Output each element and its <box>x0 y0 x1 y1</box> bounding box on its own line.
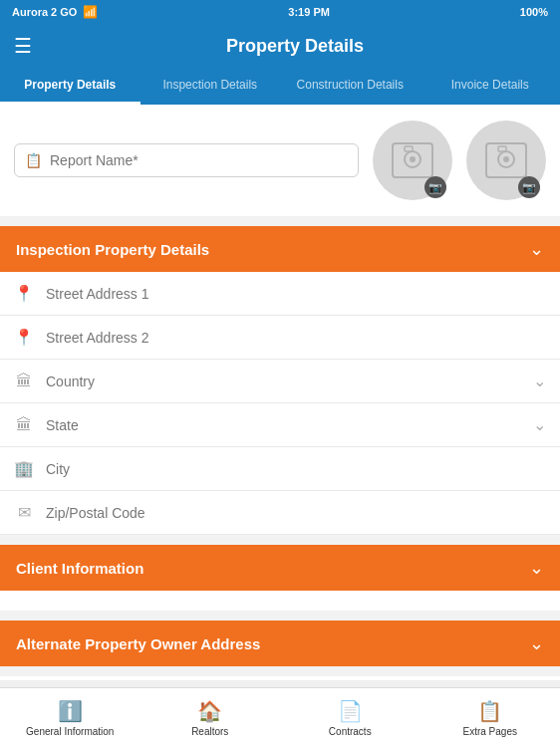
svg-rect-3 <box>405 146 413 151</box>
field-street-address-2[interactable]: 📍 <box>0 316 560 360</box>
camera-icon-2: 📷 <box>522 181 536 194</box>
chevron-up-icon: ⌄ <box>529 238 544 260</box>
input-city[interactable] <box>46 461 546 477</box>
chevron-down-icon-alternate: ⌄ <box>529 632 544 654</box>
general-information-icon: ℹ️ <box>58 699 83 723</box>
section-title-client-info: Client Information <box>16 560 143 577</box>
section-title-inspection-property: Inspection Property Details <box>16 241 209 258</box>
city-icon: 🏢 <box>14 459 34 478</box>
client-info-content <box>0 591 560 611</box>
location-icon-2: 📍 <box>14 328 34 347</box>
field-state[interactable]: 🏛 ⌄ <box>0 403 560 447</box>
nav-label-realtors: Realtors <box>191 726 228 737</box>
zip-icon: ✉ <box>14 503 34 522</box>
section-header-client-info[interactable]: Client Information ⌄ <box>0 545 560 591</box>
section-header-alternate-address[interactable]: Alternate Property Owner Address ⌄ <box>0 621 560 666</box>
field-city[interactable]: 🏢 <box>0 447 560 491</box>
status-bar: Aurora 2 GO 📶 3:19 PM 100% <box>0 0 560 24</box>
input-country[interactable] <box>46 374 533 389</box>
location-icon-1: 📍 <box>14 284 34 303</box>
nav-item-extra-pages[interactable]: 📋 Extra Pages <box>420 688 561 747</box>
svg-rect-7 <box>498 146 506 151</box>
report-photo-section: 📋 📷 📷 <box>0 105 560 216</box>
extra-pages-icon: 📋 <box>477 699 502 723</box>
input-street-address-2[interactable] <box>46 330 546 346</box>
photo-thumb-1[interactable]: 📷 <box>373 121 452 200</box>
menu-button[interactable]: ☰ <box>14 34 32 58</box>
chevron-down-icon-client: ⌄ <box>529 557 544 579</box>
nav-item-general-information[interactable]: ℹ️ General Information <box>0 688 140 747</box>
nav-label-general-information: General Information <box>26 726 114 737</box>
svg-point-2 <box>410 156 416 162</box>
tab-construction-details[interactable]: Construction Details <box>280 68 420 105</box>
input-zip[interactable] <box>46 505 546 521</box>
nav-label-contracts: Contracts <box>329 726 372 737</box>
carrier-text: Aurora 2 GO <box>12 6 77 18</box>
tab-inspection-details[interactable]: Inspection Details <box>140 68 281 105</box>
section-header-inspection-property[interactable]: Inspection Property Details ⌄ <box>0 226 560 272</box>
nav-item-contracts[interactable]: 📄 Contracts <box>280 688 420 747</box>
input-state[interactable] <box>46 417 533 433</box>
field-country[interactable]: 🏛 ⌄ <box>0 360 560 403</box>
main-content: 📋 📷 📷 <box>0 105 560 680</box>
input-street-address-1[interactable] <box>46 286 546 302</box>
state-icon: 🏛 <box>14 416 34 434</box>
chevron-down-icon-state: ⌄ <box>533 415 546 434</box>
page-title: Property Details <box>44 36 546 57</box>
chevron-down-icon-country: ⌄ <box>533 372 546 390</box>
svg-point-6 <box>503 156 509 162</box>
camera-icon-1: 📷 <box>428 181 442 194</box>
tab-bar: Property Details Inspection Details Cons… <box>0 68 560 105</box>
continue-section: Continue <box>0 676 560 680</box>
report-name-field[interactable]: 📋 <box>14 143 359 177</box>
photo-thumb-2[interactable]: 📷 <box>466 121 546 200</box>
app-header: ☰ Property Details <box>0 24 560 68</box>
field-street-address-1[interactable]: 📍 <box>0 272 560 316</box>
status-carrier: Aurora 2 GO 📶 <box>12 5 98 19</box>
country-icon: 🏛 <box>14 373 34 390</box>
tab-invoice-details[interactable]: Invoice Details <box>420 68 561 105</box>
contracts-icon: 📄 <box>338 699 363 723</box>
tab-property-details[interactable]: Property Details <box>0 68 140 105</box>
camera-badge-1[interactable]: 📷 <box>424 176 446 198</box>
nav-item-realtors[interactable]: 🏠 Realtors <box>140 688 281 747</box>
camera-badge-2[interactable]: 📷 <box>518 176 540 198</box>
realtors-icon: 🏠 <box>197 699 222 723</box>
field-zip[interactable]: ✉ <box>0 491 560 535</box>
report-icon: 📋 <box>25 152 42 168</box>
nav-label-extra-pages: Extra Pages <box>463 726 517 737</box>
bottom-nav: ℹ️ General Information 🏠 Realtors 📄 Cont… <box>0 687 560 747</box>
status-battery: 100% <box>520 6 548 18</box>
report-name-input[interactable] <box>50 152 348 168</box>
section-title-alternate-address: Alternate Property Owner Address <box>16 635 260 652</box>
status-time: 3:19 PM <box>288 6 330 18</box>
wifi-icon: 📶 <box>83 5 98 19</box>
